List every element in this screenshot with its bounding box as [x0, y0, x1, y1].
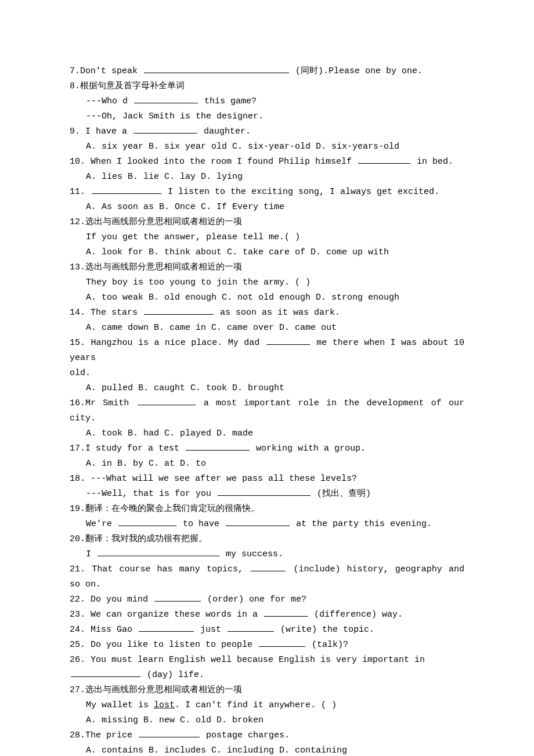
q22-b: (order) one for me?	[207, 595, 306, 604]
q22-a: 22. Do you mind	[70, 595, 153, 604]
q14-stem-a: 14. The stars	[70, 308, 143, 318]
q10-stem-a: 10. When I looked into the room I found …	[70, 157, 357, 167]
q15-blank[interactable]	[266, 336, 310, 345]
q11-blank[interactable]	[92, 185, 161, 194]
q9-stem-a: 9. I have a	[70, 127, 132, 136]
q9-stem-b: daughter.	[204, 127, 251, 136]
q14-options: A. came down B. came in C. came over D. …	[70, 321, 464, 336]
q7-blank[interactable]	[144, 64, 289, 73]
question-11: 11. I listen to the exciting song, I alw…	[70, 185, 464, 215]
q20-b: my success.	[226, 549, 283, 559]
q8-prompt: 8.根据句意及首字母补全单词	[70, 79, 464, 94]
q7-text-a: 7.Don't speak	[70, 66, 143, 76]
q21-a: 21. That course has many topics,	[70, 564, 250, 574]
q10-stem-b: in bed.	[417, 157, 453, 167]
q22-blank[interactable]	[154, 593, 201, 602]
question-25: 25. Do you like to listen to people (tal…	[70, 638, 464, 653]
q24-blank1[interactable]	[139, 623, 194, 632]
question-18: 18. ---What will we see after we pass al…	[70, 471, 464, 502]
q17-options: A. in B. by C. at D. to	[70, 456, 464, 471]
q12-options: A. look for B. think about C. take care …	[70, 245, 464, 260]
q24-blank2[interactable]	[228, 623, 274, 632]
q19-blank1[interactable]	[118, 517, 176, 526]
question-12: 12.选出与画线部分意思相同或者相近的一项 If you get the ans…	[70, 215, 464, 260]
q8-blank[interactable]	[134, 95, 198, 103]
q27-options: A. missing B. new C. old D. broken	[70, 713, 464, 728]
q8-line3: ---Oh, Jack Smith is the designer.	[70, 109, 464, 124]
q13-options: A. too weak B. old enough C. not old eno…	[70, 290, 464, 305]
question-26: 26. You must learn English well because …	[70, 653, 464, 683]
q20-a: I	[86, 549, 96, 559]
question-17: 17.I study for a test working with a gro…	[70, 441, 464, 471]
q26-a: 26. You must learn English well because …	[70, 653, 464, 668]
q25-blank[interactable]	[259, 638, 305, 647]
q9-blank[interactable]	[134, 125, 197, 134]
question-10: 10. When I looked into the room I found …	[70, 154, 464, 185]
q25-b: (talk)?	[312, 640, 348, 650]
question-24: 24. Miss Gao just (write) the topic.	[70, 622, 464, 638]
q17-blank[interactable]	[186, 442, 250, 451]
question-19: 19.翻译：在今晚的聚会上我们肯定玩的很痛快。 We're to have at…	[70, 502, 464, 532]
q13-sentence: They boy is too young to join the army. …	[70, 275, 464, 290]
question-15: 15. Hangzhou is a nice place. My dad me …	[70, 336, 464, 396]
q18-line2-b: (找出、查明)	[317, 489, 371, 499]
question-7: 7.Don't speak (同时).Please one by one.	[70, 64, 464, 79]
q21-blank[interactable]	[251, 563, 286, 571]
q27-prompt: 27.选出与画线部分意思相同或者相近的一项	[70, 683, 464, 698]
q14-blank[interactable]	[144, 306, 214, 315]
q23-a: 23. We can organize these words in a	[70, 610, 263, 620]
q19-b: to have	[183, 519, 219, 529]
q24-b: just	[200, 625, 226, 635]
question-22: 22. Do you mind (order) one for me?	[70, 592, 464, 607]
q28-a: 28.The price	[70, 730, 138, 740]
q8-line2-b: this game?	[204, 96, 257, 106]
q19-a: We're	[86, 519, 117, 529]
q26-blank[interactable]	[71, 668, 140, 677]
q17-stem-a: 17.I study for a test	[70, 444, 185, 453]
q27-underlined: lost	[154, 700, 175, 710]
q19-prompt: 19.翻译：在今晚的聚会上我们肯定玩的很痛快。	[70, 502, 464, 517]
q16-options: A. took B. had C. played D. made	[70, 426, 464, 441]
q19-c: at the party this evening.	[296, 519, 432, 529]
q16-stem-a: 16.Mr Smith	[70, 398, 136, 408]
question-28: 28.The price postage charges. A. contain…	[70, 728, 464, 756]
question-20: 20.翻译：我对我的成功很有把握。 I my success.	[70, 532, 464, 562]
q13-prompt: 13.选出与画线部分意思相同或者相近的一项	[70, 260, 464, 275]
q16-blank[interactable]	[138, 397, 196, 405]
q26-b: (day) life.	[147, 670, 204, 680]
question-14: 14. The stars as soon as it was dark. A.…	[70, 305, 464, 336]
q27-b: . I can't find it anywhere. ( )	[175, 700, 337, 710]
q15-stem-c: old.	[70, 366, 464, 381]
q28-options: A. contains B. includes C. including D. …	[70, 743, 464, 756]
q18-blank[interactable]	[218, 487, 311, 496]
q23-blank[interactable]	[264, 608, 308, 617]
q8-line2-a: ---Who d	[86, 96, 128, 106]
question-8: 8.根据句意及首字母补全单词 ---Who d this game? ---Oh…	[70, 79, 464, 124]
q11-stem-a: 11.	[70, 187, 85, 197]
q24-a: 24. Miss Gao	[70, 625, 138, 635]
q10-options: A. lies B. lie C. lay D. lying	[70, 170, 464, 185]
worksheet-page: 7.Don't speak (同时).Please one by one. 8.…	[0, 0, 534, 756]
q11-stem-b: I listen to the exciting song, I always …	[168, 187, 439, 197]
q20-blank[interactable]	[98, 548, 219, 556]
q18-line1: 18. ---What will we see after we pass al…	[70, 471, 464, 487]
q15-stem-a: 15. Hangzhou is a nice place. My dad	[70, 338, 265, 348]
question-23: 23. We can organize these words in a (di…	[70, 607, 464, 622]
q28-blank[interactable]	[139, 729, 200, 737]
q23-b: (difference) way.	[314, 610, 403, 620]
q10-blank[interactable]	[358, 155, 410, 164]
q27-a: My wallet is	[86, 700, 154, 710]
q18-line2-a: ---Well, that is for you	[86, 489, 217, 499]
q12-prompt: 12.选出与画线部分意思相同或者相近的一项	[70, 215, 464, 230]
q19-blank2[interactable]	[226, 517, 290, 526]
q12-sentence: If you get the answer, please tell me.( …	[70, 230, 464, 245]
q9-options: A. six year B. six year old C. six-year-…	[70, 139, 464, 154]
q25-a: 25. Do you like to listen to people	[70, 640, 258, 650]
question-9: 9. I have a daughter. A. six year B. six…	[70, 124, 464, 154]
question-27: 27.选出与画线部分意思相同或者相近的一项 My wallet is lost.…	[70, 683, 464, 728]
q17-stem-b: working with a group.	[256, 444, 366, 453]
question-16: 16.Mr Smith a most important role in the…	[70, 396, 464, 441]
q20-prompt: 20.翻译：我对我的成功很有把握。	[70, 532, 464, 547]
q11-options: A. As soon as B. Once C. If Every time	[70, 200, 464, 215]
q28-b: postage charges.	[206, 730, 290, 740]
